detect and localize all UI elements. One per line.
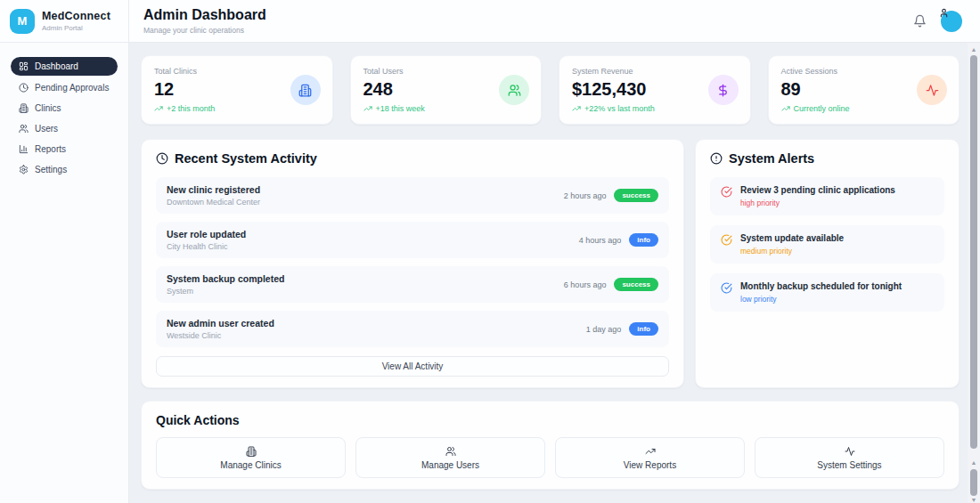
- trending-up-icon: [154, 104, 163, 113]
- status-badge: success: [614, 189, 658, 202]
- recent-activity-panel: Recent System Activity New clinic regist…: [141, 139, 684, 388]
- view-reports-button[interactable]: View Reports: [555, 437, 745, 478]
- clock-icon: [19, 83, 29, 93]
- stat-label: Total Clinics: [154, 67, 320, 76]
- recent-activity-title: Recent System Activity: [156, 151, 669, 166]
- sidebar-item-label: Settings: [35, 165, 67, 174]
- building-icon: [19, 103, 29, 113]
- stat-card-system-revenue: System Revenue $125,430 +22% vs last mon…: [559, 55, 751, 125]
- manage-users-button[interactable]: Manage Users: [355, 437, 545, 478]
- status-badge: success: [614, 278, 658, 291]
- stat-label: System Revenue: [572, 67, 738, 76]
- activity-title: New clinic registered: [167, 184, 260, 195]
- stat-label: Active Sessions: [781, 67, 947, 76]
- middle-row: Recent System Activity New clinic regist…: [141, 139, 960, 388]
- activity-subtitle: Downtown Medical Center: [167, 198, 260, 207]
- activity-row: New clinic registered Downtown Medical C…: [156, 177, 669, 214]
- bell-icon[interactable]: [913, 14, 927, 28]
- scroll-up-arrow[interactable]: ▲: [968, 459, 980, 466]
- alert-priority: low priority: [740, 295, 902, 304]
- sidebar-item-clinics[interactable]: Clinics: [11, 100, 118, 117]
- system-settings-button[interactable]: System Settings: [755, 437, 944, 478]
- scroll-up-arrow[interactable]: ▲: [968, 46, 980, 53]
- sidebar-item-label: Pending Approvals: [35, 83, 109, 93]
- activity-time: 1 day ago: [586, 325, 622, 334]
- check-circle-icon: [721, 186, 732, 198]
- activity-title: New admin user created: [167, 318, 274, 329]
- gear-icon: [19, 165, 29, 174]
- stat-change: +18 this week: [363, 104, 529, 113]
- sidebar-item-users[interactable]: Users: [11, 120, 118, 137]
- activity-title: User role updated: [167, 229, 246, 239]
- check-circle-icon: [721, 282, 732, 294]
- clock-icon: [156, 152, 168, 165]
- sidebar-item-pending-approvals[interactable]: Pending Approvals: [11, 79, 118, 96]
- alert-item[interactable]: Monthly backup scheduled for tonight low…: [710, 273, 944, 312]
- manage-clinics-button[interactable]: Manage Clinics: [156, 437, 346, 478]
- stat-label: Total Users: [363, 67, 529, 76]
- user-icon: [939, 8, 949, 18]
- status-badge: info: [629, 322, 658, 336]
- activity-row: System backup completed System 6 hours a…: [156, 266, 669, 303]
- alert-text: Review 3 pending clinic applications: [740, 185, 895, 195]
- system-alerts-title: System Alerts: [710, 151, 944, 166]
- quick-actions-grid: Manage Clinics Manage Users View Reports…: [156, 437, 944, 478]
- users-icon: [19, 124, 29, 134]
- brand: M MedConnect Admin Portal: [0, 0, 128, 43]
- stat-change: +2 this month: [154, 104, 320, 113]
- system-alerts-panel: System Alerts Review 3 pending clinic ap…: [695, 139, 960, 388]
- sidebar-item-settings[interactable]: Settings: [11, 161, 118, 178]
- sidebar-item-dashboard[interactable]: Dashboard: [11, 57, 118, 76]
- stat-card-total-users: Total Users 248 +18 this week: [350, 55, 543, 125]
- bar-chart-icon: [19, 144, 29, 154]
- page-title: Admin Dashboard: [143, 7, 266, 23]
- activity-icon: [845, 446, 855, 457]
- sidebar: M MedConnect Admin Portal Dashboard Pend…: [0, 0, 129, 503]
- alert-priority: medium priority: [740, 247, 844, 256]
- sidebar-item-label: Users: [35, 124, 58, 134]
- scrollbar-thumb[interactable]: [970, 55, 977, 449]
- brand-subtitle: Admin Portal: [42, 24, 110, 32]
- sidebar-item-label: Clinics: [35, 103, 61, 113]
- quick-actions-title: Quick Actions: [156, 413, 944, 427]
- stat-change: +22% vs last month: [572, 104, 738, 113]
- scrollbar-thumb[interactable]: [970, 469, 977, 496]
- stat-card-active-sessions: Active Sessions 89 Currently online: [768, 55, 960, 125]
- main-column: Admin Dashboard Manage your clinic opera…: [129, 0, 980, 503]
- alert-text: System update available: [740, 233, 844, 243]
- alert-item[interactable]: Review 3 pending clinic applications hig…: [710, 177, 944, 215]
- activity-list: New clinic registered Downtown Medical C…: [156, 177, 669, 347]
- activity-time: 4 hours ago: [579, 236, 622, 245]
- page-header: Admin Dashboard Manage your clinic opera…: [129, 0, 980, 43]
- activity-subtitle: City Health Clinic: [167, 242, 246, 251]
- user-avatar[interactable]: [941, 11, 962, 32]
- dashboard-icon: [19, 61, 29, 71]
- activity-row: New admin user created Westside Clinic 1…: [156, 311, 669, 347]
- sidebar-item-reports[interactable]: Reports: [11, 141, 118, 158]
- alerts-list: Review 3 pending clinic applications hig…: [710, 177, 944, 312]
- users-icon: [445, 446, 456, 457]
- view-all-activity-button[interactable]: View All Activity: [156, 356, 669, 377]
- activity-subtitle: System: [167, 287, 284, 296]
- content-area: Total Clinics 12 +2 this month Total Use…: [129, 43, 980, 503]
- trending-up-icon: [363, 104, 372, 113]
- building-icon: [246, 446, 257, 457]
- vertical-scrollbar[interactable]: ▲ ▲ ▼: [968, 43, 980, 503]
- activity-row: User role updated City Health Clinic 4 h…: [156, 222, 669, 258]
- alert-item[interactable]: System update available medium priority: [710, 225, 944, 264]
- stats-row: Total Clinics 12 +2 this month Total Use…: [141, 55, 960, 125]
- status-badge: info: [629, 233, 658, 247]
- activity-time: 6 hours ago: [564, 280, 607, 289]
- quick-actions-panel: Quick Actions Manage Clinics Manage User…: [141, 401, 960, 490]
- check-circle-icon: [721, 234, 732, 246]
- brand-name: MedConnect: [42, 10, 110, 22]
- stat-change: Currently online: [781, 104, 947, 113]
- building-icon: [290, 75, 321, 105]
- activity-subtitle: Westside Clinic: [167, 331, 274, 340]
- scroll-down-arrow[interactable]: ▼: [968, 497, 980, 503]
- alert-priority: high priority: [740, 199, 895, 207]
- sidebar-nav: Dashboard Pending Approvals Clinics User…: [0, 43, 128, 192]
- users-icon: [499, 75, 529, 105]
- stat-card-total-clinics: Total Clinics 12 +2 this month: [141, 55, 333, 125]
- trending-up-icon: [781, 104, 790, 113]
